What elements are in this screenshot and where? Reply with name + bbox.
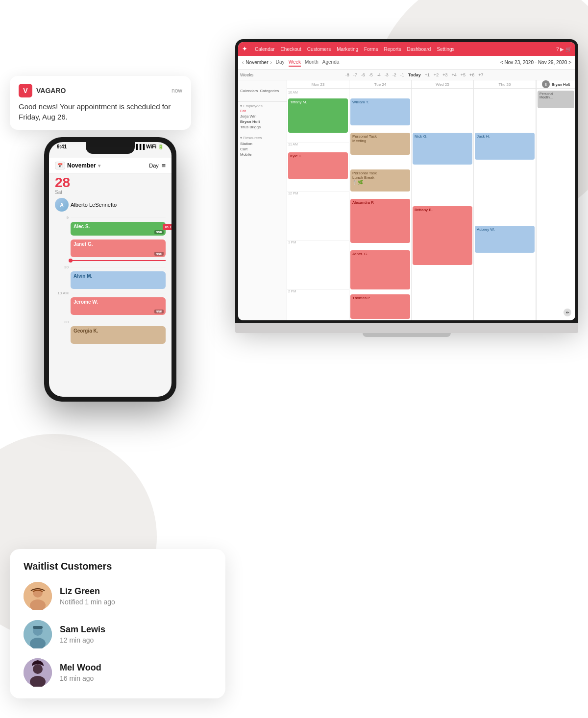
view-tabs: Day Week Month Agenda — [276, 58, 339, 67]
phone-avatar-row: A Alberto LeSennetto — [49, 197, 172, 215]
nnr-badge-janet: NNR — [154, 252, 164, 256]
customer-info-mel: Mel Wood 16 min ago — [60, 663, 212, 682]
day-headers-row: Mon 23 Tue 24 Wed 25 Thu 26 B — [287, 80, 575, 89]
nav-dashboard[interactable]: Dashboard — [407, 47, 431, 52]
event-janet[interactable]: Janet. G. — [350, 250, 410, 289]
nav-forms[interactable]: Forms — [364, 47, 378, 52]
time-grid: 10 AM Tiffany M. 11 AM Kyle T. 12 PM 1 P… — [287, 89, 575, 320]
week-num[interactable]: -7 — [353, 72, 357, 77]
event-aubrey[interactable]: Aubrey W. — [475, 226, 535, 253]
waitlist-item-mel: Mel Wood 16 min ago — [24, 658, 212, 687]
week-num[interactable]: -2 — [392, 72, 396, 77]
phone-view-label[interactable]: Day — [149, 163, 159, 168]
nav-calendar[interactable]: Calendar — [255, 47, 275, 52]
week-num[interactable]: -4 — [377, 72, 381, 77]
time-label-930: 30 — [53, 264, 168, 270]
time-label-10: 10 AM — [53, 289, 168, 296]
event-william[interactable]: William T. — [350, 98, 410, 125]
calendar-icon[interactable]: 📅 — [55, 162, 65, 169]
day-name-thu: Thu 26 — [499, 82, 511, 87]
laptop-base — [235, 323, 578, 333]
week-num[interactable]: +3 — [442, 72, 447, 77]
week-num[interactable]: +7 — [478, 72, 483, 77]
week-num[interactable]: +6 — [469, 72, 474, 77]
phone-header: 📅 November ▾ Day ≡ — [49, 158, 172, 174]
tab-month[interactable]: Month — [305, 58, 318, 67]
customer-time-sam: 12 min ago — [60, 636, 212, 644]
day-header-mon: Mon 23 — [287, 80, 349, 88]
date-range-label: < Nov 23, 2020 - Nov 29, 2020 > — [500, 60, 571, 65]
sidebar-header: Calendars Categories — [238, 80, 287, 102]
in-today-badge[interactable]: In Today — [163, 224, 172, 230]
appt-name-georgia: Georgia K. — [74, 328, 98, 334]
calendars-label: Calendars — [240, 89, 258, 93]
event-personal[interactable]: PersonalMeetin... — [538, 91, 574, 108]
tab-day[interactable]: Day — [276, 58, 285, 67]
week-num[interactable]: -1 — [400, 72, 404, 77]
customer-info-sam: Sam Lewis 12 min ago — [60, 624, 212, 644]
week-num[interactable]: -5 — [369, 72, 373, 77]
nav-marketing[interactable]: Marketing — [337, 47, 358, 52]
toolbar-left: ‹ November › — [242, 60, 272, 65]
event-personal-task-meeting[interactable]: Personal TaskMeeting — [350, 133, 410, 155]
week-num[interactable]: -6 — [361, 72, 365, 77]
phone-signal: ▐▐▐ WiFi 🔋 — [134, 144, 164, 149]
event-jack[interactable]: Jack H. — [475, 133, 535, 160]
calendar-main: Calendars Categories ▾ Employees Edit Jo… — [238, 80, 575, 320]
waitlist-card: Waitlist Customers Liz Green Notified 1 … — [10, 549, 225, 698]
notification-card: V VAGARO now Good news! Your appointment… — [10, 76, 191, 130]
phone-header-left: 📅 November ▾ — [55, 162, 100, 169]
laptop-screen: ✦ Calendar Checkout Customers Marketing … — [235, 39, 578, 323]
week-num[interactable]: +5 — [461, 72, 466, 77]
bryan-name: Bryan Holt — [552, 82, 570, 87]
stylist-name: Alberto LeSennetto — [71, 202, 117, 208]
resource-station: Station — [240, 141, 285, 146]
edit-icon[interactable]: ✏ — [564, 309, 571, 316]
event-nick[interactable]: Nick G. — [413, 133, 472, 165]
week-nav: Weeks -8 -7 -6 -5 -4 -3 -2 -1 Today +1 +… — [238, 70, 575, 80]
phone-day-label: Sat — [49, 190, 172, 197]
toolbar-right: < Nov 23, 2020 - Nov 29, 2020 > — [500, 60, 571, 65]
week-numbers: -8 -7 -6 -5 -4 -3 -2 -1 Today +1 +2 +3 +… — [255, 72, 573, 77]
appt-georgia[interactable]: Georgia K. — [53, 325, 168, 344]
notification-time: now — [172, 87, 182, 94]
calendar-toolbar: ‹ November › Day Week Month Agenda < Nov… — [238, 56, 575, 70]
tab-week[interactable]: Week — [289, 58, 301, 67]
nav-reports[interactable]: Reports — [384, 47, 401, 52]
day-name-mon: Mon 23 — [312, 82, 325, 87]
nav-checkout[interactable]: Checkout — [281, 47, 301, 52]
week-num[interactable]: +2 — [434, 72, 439, 77]
event-alexandra[interactable]: Alexandra P. — [350, 199, 410, 243]
week-today[interactable]: Today — [408, 72, 421, 77]
employee-bryan: Bryan Holt — [240, 119, 285, 124]
week-num[interactable]: -3 — [385, 72, 389, 77]
resource-cart: Cart — [240, 146, 285, 152]
appt-alec[interactable]: Alec S. NNR In Today — [53, 221, 168, 236]
customer-time-liz: Notified 1 min ago — [60, 598, 212, 606]
appt-jerome[interactable]: Jerome W. NNR — [53, 296, 168, 315]
customer-name-liz: Liz Green — [60, 586, 212, 597]
phone-menu-icon[interactable]: ≡ — [162, 162, 166, 169]
week-num[interactable]: +4 — [452, 72, 457, 77]
event-thomas[interactable]: Thomas P. — [350, 294, 410, 319]
week-num[interactable]: +1 — [425, 72, 430, 77]
svg-rect-6 — [33, 626, 43, 629]
resources-section: ▾ Resources Station Cart Mobile — [238, 134, 287, 159]
nav-settings[interactable]: Settings — [437, 47, 454, 52]
current-time-line — [71, 260, 166, 261]
week-num[interactable]: -8 — [345, 72, 349, 77]
nnr-badge-jerome: NNR — [154, 310, 164, 313]
phone-frame: 9:41 ▐▐▐ WiFi 🔋 📅 November ▾ Day ≡ 28 Sa… — [44, 137, 176, 402]
resources-label: ▾ Resources — [240, 136, 285, 140]
appt-alvin[interactable]: Alvin M. — [53, 270, 168, 289]
edit-link[interactable]: Edit — [240, 109, 285, 113]
nav-customers[interactable]: Customers — [307, 47, 331, 52]
col-tue: William T. Personal TaskMeeting Personal… — [349, 89, 412, 320]
svg-point-8 — [33, 664, 43, 674]
avatar-mel — [24, 658, 52, 687]
appt-janet[interactable]: Janet G. NNR — [53, 239, 168, 257]
tab-agenda[interactable]: Agenda — [322, 58, 339, 67]
event-personal-task-lunch[interactable]: Personal TaskLunch Break🍴🌿 — [350, 169, 410, 191]
event-brittany[interactable]: Brittany B. — [413, 206, 472, 265]
day-header-thu: Thu 26 — [474, 80, 536, 88]
